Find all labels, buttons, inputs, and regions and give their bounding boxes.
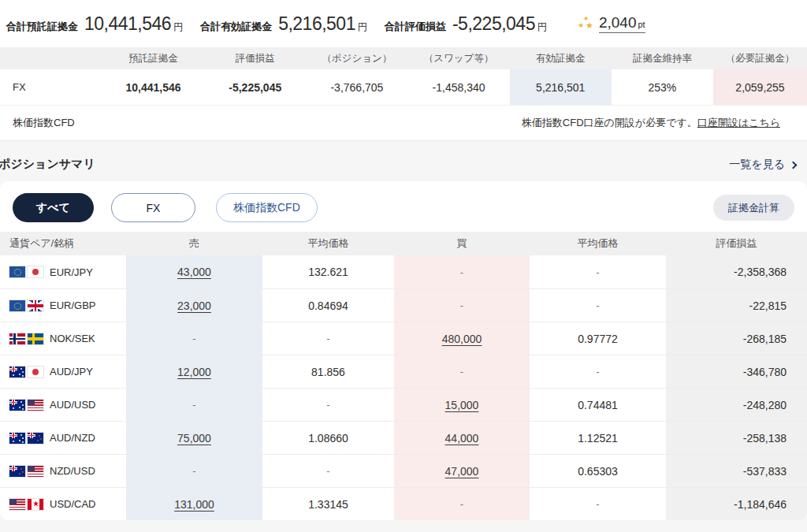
account-header-swap: （スワップ等） [408,47,510,69]
margin-calc-button[interactable]: 証拠金計算 [713,195,794,221]
pnl-value: -537,833 [666,454,807,487]
cfd-account-row: 株価指数CFD 株価指数CFD口座の開設が必要です。口座開設はこちら [0,105,807,140]
total-valuation-pnl: 合計評価損益 -5,225,045 円 [385,13,547,35]
flag-au-icon [9,400,25,411]
total-effective-margin-value: 5,216,501 [278,13,355,35]
filter-tabs: すべて FX 株価指数CFD 証拠金計算 [0,181,807,232]
flag-eu-icon [9,300,25,311]
flag-no-icon [9,333,25,344]
currency-pair-label: NZD/USD [50,465,95,477]
pnl-value: -22,815 [666,288,807,322]
pnl-value: -258,138 [666,421,807,454]
fx-effective-value: 5,216,501 [510,69,612,105]
cfd-open-message: 株価指数CFD口座の開設が必要です。口座開設はこちら [522,116,780,130]
buy-avg-price: - [530,288,666,322]
flag-au-icon [9,366,25,378]
sell-avg-price: 1.33145 [262,487,394,520]
flag-se-icon [28,333,43,344]
sell-avg-price: 1.08660 [262,421,394,454]
points-unit: pt [638,20,645,29]
buy-quantity[interactable]: 15,000 [394,388,530,421]
buy-quantity[interactable]: 47,000 [394,454,530,487]
cfd-open-account-link[interactable]: 口座開設はこちら [697,117,780,128]
sell-quantity[interactable]: 43,000 [126,255,262,288]
total-effective-margin: 合計有効証拠金 5,216,501 円 [200,13,367,35]
currency-pair-cell: AUD/NZD [0,421,126,454]
account-table-header: 預託証拠金 評価損益 （ポジション） （スワップ等） 有効証拠金 証拠金維持率 … [0,47,807,69]
account-header-deposit: 預託証拠金 [102,47,204,69]
total-deposit-margin: 合計預託証拠金 10,441,546 円 [6,13,183,35]
fx-position-value: -3,766,705 [306,69,407,105]
sell-quantity[interactable]: 23,000 [126,288,262,322]
sell-avg-price: 132.621 [262,255,394,288]
position-row: NZD/USD - - 47,000 0.65303 -537,833 [0,454,807,487]
flag-nz-icon [28,433,43,444]
position-row: AUD/JPY 12,000 81.856 - - -346,780 [0,355,807,388]
account-header-maintenance-rate: 証拠金維持率 [612,47,713,69]
fx-pnl-value: -5,225,045 [204,69,306,105]
points-stars-icon: ★★★ [577,16,596,32]
position-row: EUR/GBP 23,000 0.84694 - - -22,815 [0,288,807,322]
total-valuation-pnl-label: 合計評価損益 [385,20,446,34]
buy-avg-price: 0.74481 [530,388,666,421]
points-link[interactable]: ★★★ 2,040 pt [577,14,645,33]
sell-avg-price: - [262,388,394,421]
header-sell-avg-price: 平均価格 [262,232,394,255]
tab-all[interactable]: すべて [13,193,94,222]
sell-avg-price: - [262,322,394,355]
sell-quantity[interactable]: 75,000 [126,421,262,454]
currency-pair-label: EUR/JPY [50,266,93,278]
fx-required-value: 2,059,255 [713,69,807,105]
header-sell: 売 [126,232,262,255]
buy-avg-price: - [530,255,666,288]
buy-quantity[interactable]: 44,000 [394,421,530,454]
sell-quantity[interactable]: 131,000 [126,487,262,520]
account-header-required: （必要証拠金） [713,47,807,69]
currency-pair-cell: USD/CAD [0,487,126,520]
total-effective-margin-label: 合計有効証拠金 [200,20,272,34]
view-all-link[interactable]: 一覧を見る [729,158,796,172]
flag-gb-icon [28,300,43,311]
total-deposit-margin-label: 合計預託証拠金 [6,20,78,34]
buy-avg-price: - [530,355,666,388]
position-row: AUD/USD - - 15,000 0.74481 -248,280 [0,388,807,421]
sell-quantity: - [126,388,262,421]
buy-avg-price: 0.97772 [530,322,666,355]
currency-pair-label: NOK/SEK [50,333,95,344]
sell-avg-price: 81.856 [262,355,394,388]
buy-quantity[interactable]: 480,000 [394,322,530,355]
view-all-label: 一覧を見る [729,158,785,172]
position-table-body: EUR/JPY 43,000 132.621 - - -2,358,368 EU… [0,255,807,520]
points-value: 2,040 [599,14,637,32]
total-deposit-margin-value: 10,441,546 [84,13,171,35]
buy-quantity: - [394,255,530,288]
position-summary-head: ポジションサマリ 一覧を見る [0,141,807,181]
chevron-right-icon [790,161,798,169]
tab-cfd[interactable]: 株価指数CFD [216,193,318,222]
fx-row-label: FX [0,69,102,105]
total-valuation-pnl-value: -5,225,045 [452,13,535,35]
sell-quantity[interactable]: 12,000 [126,355,262,388]
flag-au-icon [9,433,25,444]
position-summary-card: すべて FX 株価指数CFD 証拠金計算 通貨ペア/銘柄 売 平均価格 買 平均… [0,181,807,520]
currency-pair-cell: NZD/USD [0,454,126,487]
position-table-header: 通貨ペア/銘柄 売 平均価格 買 平均価格 評価損益 [0,232,807,255]
position-row: USD/CAD 131,000 1.33145 - - -1,184,646 [0,487,807,520]
currency-pair-label: EUR/GBP [50,299,96,311]
position-row: NOK/SEK - - 480,000 0.97772 -268,185 [0,322,807,355]
account-header-effective: 有効証拠金 [510,47,612,69]
currency-pair-cell: EUR/GBP [0,288,126,322]
tab-fx[interactable]: FX [111,193,195,222]
cfd-open-message-text: 株価指数CFD口座の開設が必要です。 [522,117,697,128]
sell-avg-price: 0.84694 [262,288,394,322]
buy-quantity: - [394,355,530,388]
account-header-pnl: 評価損益 [204,47,306,69]
position-summary-title: ポジションサマリ [0,157,95,172]
pnl-value: -248,280 [666,388,807,421]
flag-us-icon [28,466,43,477]
position-row: EUR/JPY 43,000 132.621 - - -2,358,368 [0,255,807,288]
header-currency-pair: 通貨ペア/銘柄 [0,232,126,255]
header-buy-avg-price: 平均価格 [530,232,666,255]
cfd-row-label: 株価指数CFD [13,116,75,130]
account-header-position: （ポジション） [306,47,407,69]
